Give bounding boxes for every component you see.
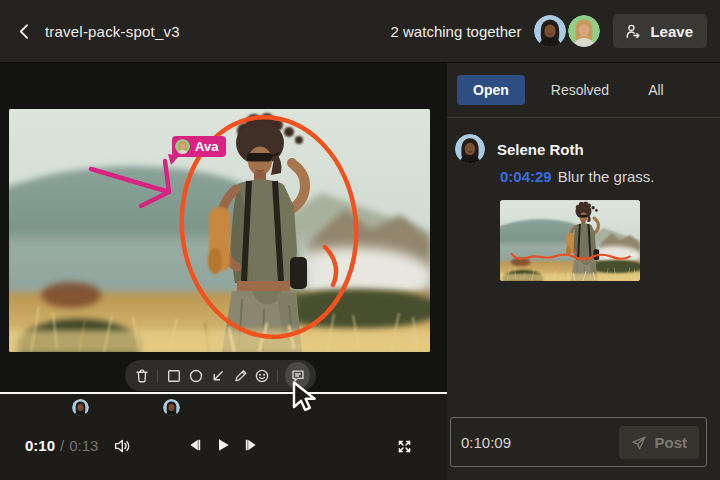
post-button[interactable]: Post	[619, 426, 699, 459]
comment-frame-thumbnail[interactable]	[500, 200, 640, 281]
arrow-tool-button[interactable]	[207, 360, 228, 391]
avatar-selene[interactable]	[534, 15, 566, 47]
video-frame[interactable]: Ava	[9, 109, 430, 352]
toolbar-divider	[277, 369, 278, 383]
avatar-ava[interactable]	[568, 15, 600, 47]
pink-arrow-annotation	[91, 161, 169, 206]
leave-button-label: Leave	[650, 23, 693, 40]
person-leave-icon	[624, 23, 642, 40]
emoji-tool-button[interactable]	[251, 360, 272, 391]
play-icon	[215, 437, 231, 453]
leave-button[interactable]: Leave	[613, 14, 707, 48]
back-button[interactable]	[16, 23, 33, 40]
send-icon	[631, 435, 647, 451]
app-root: travel-pack-spot_v3 2 watching together …	[0, 0, 720, 480]
speaker-icon	[113, 437, 132, 455]
ellipse-tool-icon	[188, 368, 204, 384]
time-separator: /	[60, 437, 64, 454]
timeline[interactable]	[0, 392, 447, 394]
player-section: Ava	[0, 63, 447, 480]
comment-author-avatar	[455, 134, 485, 164]
delete-annotation-button[interactable]	[131, 360, 152, 391]
volume-button[interactable]	[110, 434, 134, 458]
chevron-left-icon	[16, 23, 33, 40]
badge-tail	[167, 154, 180, 166]
emoji-tool-icon	[254, 368, 270, 384]
comment-filter-tabs: Open Resolved All	[457, 75, 677, 105]
tabs-divider	[447, 117, 720, 118]
post-button-label: Post	[654, 434, 687, 451]
avatar-ava-small	[175, 139, 190, 154]
file-title: travel-pack-spot_v3	[45, 23, 180, 40]
trash-icon	[134, 368, 150, 384]
time-display: 0:10 / 0:13	[25, 437, 98, 454]
orange-arc-annotation	[325, 247, 336, 285]
annotation-author-badge: Ava	[172, 136, 226, 157]
comments-panel: Open Resolved All Selene Roth 0:04:29Blu…	[447, 63, 720, 480]
viewer-avatars	[534, 15, 600, 47]
timeline-comment-marker[interactable]	[72, 399, 89, 416]
rectangle-tool-icon	[166, 368, 182, 384]
mouse-cursor	[292, 381, 318, 415]
comment-composer: Post	[450, 417, 707, 467]
tab-all[interactable]: All	[635, 75, 677, 105]
rectangle-tool-button[interactable]	[163, 360, 184, 391]
comment-author-name: Selene Roth	[497, 141, 584, 158]
duration: 0:13	[69, 437, 98, 454]
current-time: 0:10	[25, 437, 55, 454]
comment-input[interactable]	[451, 418, 626, 466]
tab-open[interactable]: Open	[457, 75, 525, 105]
watching-label: 2 watching together	[391, 23, 522, 40]
pen-tool-icon	[232, 368, 248, 384]
fullscreen-button[interactable]	[393, 435, 415, 457]
timeline-comment-marker[interactable]	[163, 399, 180, 416]
pen-tool-button[interactable]	[229, 360, 250, 391]
next-frame-button[interactable]	[241, 435, 261, 455]
previous-frame-button[interactable]	[185, 435, 205, 455]
comment-text: Blur the grass.	[558, 168, 655, 185]
top-bar: travel-pack-spot_v3 2 watching together …	[0, 0, 720, 63]
comment-timestamp-link[interactable]: 0:04:29	[500, 168, 552, 185]
expand-icon	[396, 438, 413, 455]
arrow-tool-icon	[210, 368, 226, 384]
ellipse-tool-button[interactable]	[185, 360, 206, 391]
tab-resolved[interactable]: Resolved	[538, 75, 622, 105]
annotation-author-label: Ava	[195, 139, 218, 154]
play-button[interactable]	[213, 435, 233, 455]
annotation-toolbar	[125, 360, 316, 391]
toolbar-divider	[157, 369, 158, 383]
next-frame-icon	[243, 437, 259, 453]
previous-frame-icon	[187, 437, 203, 453]
comment-item: Selene Roth 0:04:29Blur the grass.	[455, 134, 712, 281]
